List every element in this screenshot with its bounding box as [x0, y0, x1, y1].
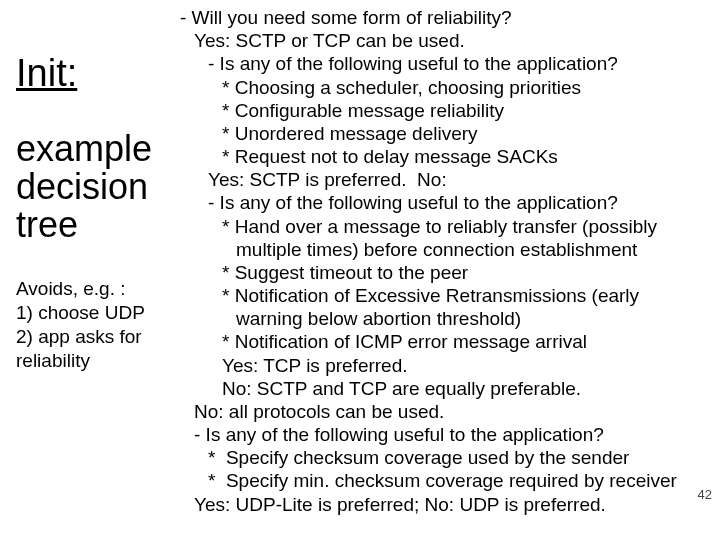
- heading-init: Init:: [16, 54, 174, 92]
- tree-line: - Is any of the following useful to the …: [180, 191, 704, 214]
- tree-line: * Specify min. checksum coverage require…: [180, 469, 704, 492]
- tree-line: * Request not to delay message SACKs: [180, 145, 704, 168]
- tree-line: Yes: SCTP or TCP can be used.: [180, 29, 704, 52]
- tree-line: Yes: SCTP is preferred. No:: [180, 168, 704, 191]
- avoids-line: Avoids, e.g. :: [16, 277, 174, 301]
- heading-example: example decision tree: [16, 130, 174, 243]
- tree-line: * Unordered message delivery: [180, 122, 704, 145]
- avoids-line: 2) app asks for: [16, 325, 174, 349]
- tree-line: Yes: TCP is preferred.: [180, 354, 704, 377]
- tree-line: * Configurable message reliability: [180, 99, 704, 122]
- tree-line: multiple times) before connection establ…: [180, 238, 704, 261]
- tree-line: * Notification of Excessive Retransmissi…: [180, 284, 704, 307]
- page-number: 42: [698, 487, 712, 502]
- tree-line: - Is any of the following useful to the …: [180, 423, 704, 446]
- left-column: Init: example decision tree Avoids, e.g.…: [16, 54, 174, 372]
- tree-line: - Is any of the following useful to the …: [180, 52, 704, 75]
- tree-line: * Hand over a message to reliably transf…: [180, 215, 704, 238]
- tree-line: warning below abortion threshold): [180, 307, 704, 330]
- tree-line: No: all protocols can be used.: [180, 400, 704, 423]
- tree-line: * Choosing a scheduler, choosing priorit…: [180, 76, 704, 99]
- avoids-line: 1) choose UDP: [16, 301, 174, 325]
- tree-line: - Will you need some form of reliability…: [180, 6, 704, 29]
- tree-line: No: SCTP and TCP are equally preferable.: [180, 377, 704, 400]
- tree-line: * Notification of ICMP error message arr…: [180, 330, 704, 353]
- tree-line: * Specify checksum coverage used by the …: [180, 446, 704, 469]
- tree-line: * Suggest timeout to the peer: [180, 261, 704, 284]
- avoids-block: Avoids, e.g. : 1) choose UDP 2) app asks…: [16, 277, 174, 372]
- avoids-line: reliability: [16, 349, 174, 373]
- decision-tree-text: - Will you need some form of reliability…: [180, 6, 704, 516]
- tree-line: Yes: UDP-Lite is preferred; No: UDP is p…: [180, 493, 704, 516]
